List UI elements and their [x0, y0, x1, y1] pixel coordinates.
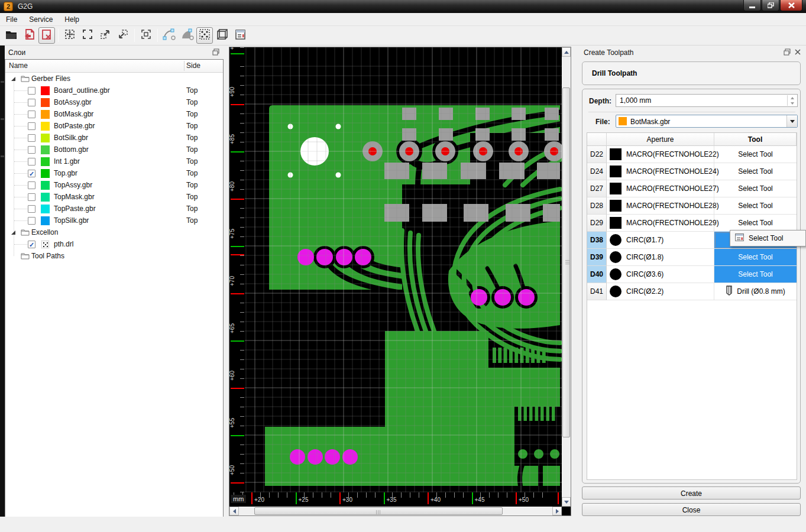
arc-tool-button[interactable] [161, 27, 177, 44]
file-dropdown[interactable]: BotMask.gbr [616, 115, 798, 128]
zoom-fit-button[interactable] [61, 27, 78, 44]
vertical-scroll-thumb[interactable] [562, 87, 570, 437]
float-panel-icon[interactable] [784, 48, 792, 57]
tree-item-int-1-gbr[interactable]: Int 1.gbrTop [5, 155, 223, 167]
pcb-viewport[interactable] [245, 47, 562, 492]
tool-cell-drill[interactable]: Drill (Ø0.8 mm) [714, 283, 797, 300]
properties-button[interactable] [232, 27, 248, 44]
horizontal-scroll-thumb[interactable] [254, 507, 503, 515]
tree-item-bottom-gbr[interactable]: Bottom.gbrTop [5, 144, 223, 155]
aperture-cell[interactable]: MACRO(FRECTNOHOLE28) [607, 197, 714, 215]
close-button[interactable] [780, 0, 802, 11]
aperture-cell[interactable]: CIRC(Ø3.6) [607, 266, 714, 283]
spin-up-icon[interactable] [788, 95, 797, 100]
tree-folder-excellon[interactable]: Excellon [5, 226, 223, 238]
row-header[interactable]: D38 [587, 232, 607, 249]
table-column-rowheader[interactable] [587, 133, 607, 146]
checkbox-unchecked[interactable] [28, 87, 35, 95]
popup-select-tool-label[interactable]: Select Tool [749, 234, 783, 242]
tree-item-toppaste-gbr[interactable]: TopPaste.gbrTop [5, 203, 223, 215]
tree-item-botmask-gbr[interactable]: BotMask.gbrTop [5, 108, 223, 120]
create-button[interactable]: Create [582, 486, 801, 499]
checkbox-unchecked[interactable] [28, 205, 35, 213]
aperture-cell[interactable]: MACRO(FRECTNOHOLE24) [607, 163, 714, 180]
checkbox-unchecked[interactable] [28, 181, 35, 189]
row-header[interactable]: D27 [587, 180, 607, 197]
checkbox-unchecked[interactable] [28, 158, 35, 166]
tool-cell-select-tool[interactable]: Select Tool [714, 163, 797, 180]
select-tool-popup[interactable]: Select Tool [730, 230, 806, 246]
tree-item-topsilk-gbr[interactable]: TopSilk.gbrTop [5, 215, 223, 226]
row-header[interactable]: D29 [587, 215, 607, 232]
row-header[interactable]: D40 [587, 266, 607, 283]
layers-column-header[interactable]: Name Side [5, 60, 223, 73]
tree-folder-tool-paths[interactable]: Tool Paths [5, 250, 223, 262]
zoom-window-button[interactable] [79, 27, 96, 44]
snap-markers-button[interactable] [138, 27, 154, 44]
table-column-aperture[interactable]: Aperture [607, 133, 714, 146]
open-file-button[interactable] [3, 27, 20, 44]
scroll-left-icon[interactable] [229, 507, 239, 515]
tree-item-top-gbr[interactable]: ✓Top.gbrTop [5, 167, 223, 179]
row-header[interactable]: D24 [587, 163, 607, 180]
restore-button[interactable] [762, 0, 779, 11]
row-header[interactable]: D41 [587, 283, 607, 300]
aperture-cell[interactable]: CIRC(Ø1.7) [607, 232, 714, 249]
tree-item-botpaste-gbr[interactable]: BotPaste.gbrTop [5, 120, 223, 132]
tree-item-topmask-gbr[interactable]: TopMask.gbrTop [5, 191, 223, 203]
minimize-button[interactable] [743, 0, 761, 11]
aperture-cell[interactable]: MACRO(FRECTNOHOLE29) [607, 215, 714, 232]
checkbox-checked[interactable]: ✓ [28, 170, 35, 177]
checkbox-unchecked[interactable] [28, 111, 35, 118]
drill-points-button[interactable] [196, 27, 213, 44]
row-header[interactable]: D28 [587, 197, 607, 215]
float-panel-icon[interactable] [212, 48, 221, 57]
aperture-cell[interactable]: CIRC(Ø1.8) [607, 249, 714, 266]
tree-item-botassy-gbr[interactable]: BotAssy.gbrTop [5, 96, 223, 108]
vertical-scrollbar[interactable] [562, 47, 571, 507]
aperture-cell[interactable]: CIRC(Ø2.2) [607, 283, 714, 300]
close-panel-icon[interactable] [794, 48, 802, 57]
tree-item-pth-drl[interactable]: ✓pth.drl [5, 238, 223, 250]
checkbox-unchecked[interactable] [28, 193, 35, 201]
depth-input[interactable]: 1,000 mm [616, 94, 798, 107]
table-column-tool[interactable]: Tool [714, 133, 797, 146]
tree-item-topassy-gbr[interactable]: TopAssy.gbrTop [5, 179, 223, 191]
menu-service[interactable]: Service [23, 14, 59, 25]
zoom-in-button[interactable] [97, 27, 114, 44]
tool-cell-select-tool[interactable]: Select Tool [714, 249, 797, 266]
checkbox-checked[interactable]: ✓ [28, 241, 35, 248]
scroll-down-icon[interactable] [562, 497, 571, 507]
import-gerber-button[interactable] [21, 27, 37, 44]
expander-icon[interactable] [11, 231, 15, 235]
aperture-cell[interactable]: MACRO(FRECTNOHOLE27) [607, 180, 714, 197]
spin-down-icon[interactable] [788, 100, 797, 106]
checkbox-unchecked[interactable] [28, 122, 35, 130]
scroll-right-icon[interactable] [552, 507, 562, 515]
aperture-cell[interactable]: MACRO(FRECTNOHOLE22) [607, 146, 714, 163]
expander-icon[interactable] [11, 77, 15, 81]
depth-spinner[interactable] [787, 95, 797, 106]
scroll-up-icon[interactable] [562, 47, 571, 57]
horizontal-scrollbar[interactable] [229, 507, 562, 515]
dropdown-arrow-icon[interactable] [786, 115, 797, 127]
checkbox-unchecked[interactable] [28, 99, 35, 106]
tool-cell-select-tool[interactable]: Select Tool [714, 180, 797, 197]
menu-help[interactable]: Help [59, 14, 85, 25]
row-header[interactable]: D39 [587, 249, 607, 266]
tool-cell-select-tool[interactable]: Select Tool [714, 146, 797, 163]
tool-cell-select-tool[interactable]: Select Tool [714, 266, 797, 283]
tool-cell-select-tool[interactable]: Select Tool [714, 197, 797, 215]
tree-item-board-outline-gbr[interactable]: Board_outline.gbrTop [5, 85, 223, 96]
tool-cell-select-tool[interactable]: Select Tool [714, 215, 797, 232]
menu-file[interactable]: File [0, 14, 23, 25]
checkbox-unchecked[interactable] [28, 146, 35, 154]
close-toolpath-button[interactable]: Close [582, 503, 801, 516]
checkbox-unchecked[interactable] [28, 217, 35, 225]
arc-fill-tool-button[interactable] [179, 27, 195, 44]
row-header[interactable]: D22 [587, 146, 607, 163]
tree-folder-gerber-files[interactable]: Gerber Files [5, 73, 223, 85]
tree-item-botsilk-gbr[interactable]: BotSilk.gbrTop [5, 132, 223, 144]
close-file-button[interactable] [38, 27, 55, 44]
checkbox-unchecked[interactable] [28, 134, 35, 142]
